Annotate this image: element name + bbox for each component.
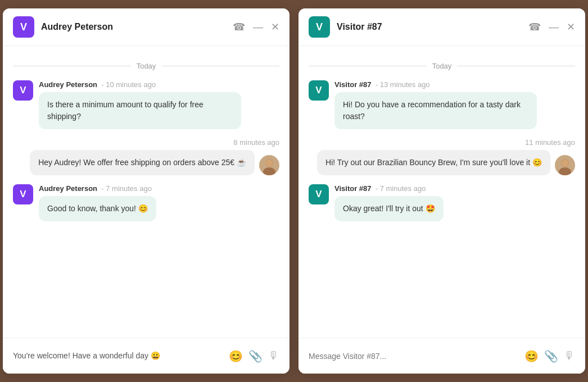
msg-avatar-3: V xyxy=(13,184,33,204)
footer-draft-text[interactable]: You're welcome! Have a wonderful day 😀 xyxy=(13,351,223,362)
msg-sender-3: Audrey Peterson xyxy=(39,184,97,193)
v87-msg-bubble-3: Okay great! I'll try it out 🤩 xyxy=(334,196,444,221)
msg-bubble-1: Is there a minimum amount to qualify for… xyxy=(39,92,241,129)
chat-header-audrey: V Audrey Peterson ☎ — ✕ xyxy=(3,8,290,46)
attach-icon[interactable]: 📎 xyxy=(248,349,263,363)
divider-line-right-v87 xyxy=(457,66,575,66)
v87-agent-time-1: 11 minutes ago xyxy=(525,138,575,147)
v87-message-group-3: V Visitor #87 - 7 minutes ago Okay great… xyxy=(309,184,575,221)
agent-avatar-1 xyxy=(259,155,279,175)
v87-msg-sender-1: Visitor #87 xyxy=(334,80,372,89)
chat-body-visitor87: Today V Visitor #87 - 13 minutes ago Hi!… xyxy=(298,46,585,338)
message-group-1: V Audrey Peterson - 10 minutes ago Is th… xyxy=(13,80,279,129)
avatar-audrey: V xyxy=(13,16,34,38)
v87-msg-time-3: 7 minutes ago xyxy=(380,184,426,193)
svg-point-5 xyxy=(562,160,568,166)
chat-title-audrey: Audrey Peterson xyxy=(41,22,226,32)
msg-meta-3: Audrey Peterson - 7 minutes ago xyxy=(39,184,156,193)
msg-content-1: Audrey Peterson - 10 minutes ago Is ther… xyxy=(39,80,241,129)
chat-footer-visitor87: 😊 📎 🎙 xyxy=(298,338,585,374)
v87-msg-content-1: Visitor #87 - 13 minutes ago Hi! Do you … xyxy=(334,80,537,129)
date-label-v87: Today xyxy=(432,62,452,70)
divider-line-right xyxy=(161,66,279,66)
v87-msg-avatar-1: V xyxy=(309,80,329,101)
message-input-v87[interactable] xyxy=(309,352,519,361)
svg-point-4 xyxy=(559,167,571,175)
header-actions-visitor87: ☎ — ✕ xyxy=(528,22,575,32)
divider-line-left-v87 xyxy=(309,66,427,66)
agent-message-1: 8 minutes ago Hey Audrey! We offer free … xyxy=(13,138,279,175)
agent-meta-1: 8 minutes ago xyxy=(233,138,279,147)
chat-title-visitor87: Visitor #87 xyxy=(337,22,522,32)
chat-footer-audrey: You're welcome! Have a wonderful day 😀 😊… xyxy=(3,338,290,374)
v87-msg-sender-3: Visitor #87 xyxy=(334,184,372,193)
mic-icon-v87[interactable]: 🎙 xyxy=(564,349,575,362)
v87-msg-bubble-1: Hi! Do you have a recommendation for a t… xyxy=(334,92,537,129)
v87-message-group-1: V Visitor #87 - 13 minutes ago Hi! Do yo… xyxy=(309,80,575,129)
emoji-icon[interactable]: 😊 xyxy=(229,349,243,363)
avatar-visitor87: V xyxy=(309,16,330,38)
date-divider-v87: Today xyxy=(309,62,575,70)
minimize-icon[interactable]: — xyxy=(253,22,263,32)
v87-msg-content-3: Visitor #87 - 7 minutes ago Okay great! … xyxy=(334,184,444,221)
msg-bubble-3: Good to know, thank you! 😊 xyxy=(39,196,156,221)
agent-bubble-1: Hey Audrey! We offer free shipping on or… xyxy=(30,150,255,175)
chat-header-visitor87: V Visitor #87 ☎ — ✕ xyxy=(298,8,585,46)
svg-point-2 xyxy=(266,160,273,166)
chat-window-audrey: V Audrey Peterson ☎ — ✕ Today V Audrey P… xyxy=(3,8,290,374)
close-icon[interactable]: ✕ xyxy=(271,22,279,32)
date-divider: Today xyxy=(13,62,279,70)
v87-msg-time-1: 13 minutes ago xyxy=(380,80,430,89)
attach-icon-v87[interactable]: 📎 xyxy=(544,349,558,363)
close-icon-v87[interactable]: ✕ xyxy=(567,22,575,32)
msg-meta-1: Audrey Peterson - 10 minutes ago xyxy=(39,80,241,89)
emoji-icon-v87[interactable]: 😊 xyxy=(524,349,539,363)
message-group-3: V Audrey Peterson - 7 minutes ago Good t… xyxy=(13,184,279,221)
header-actions-audrey: ☎ — ✕ xyxy=(233,22,279,32)
chat-window-visitor87: V Visitor #87 ☎ — ✕ Today V Visitor #87 … xyxy=(298,8,585,374)
date-label: Today xyxy=(137,62,156,70)
mic-icon[interactable]: 🎙 xyxy=(268,349,279,362)
v87-msg-meta-3: Visitor #87 - 7 minutes ago xyxy=(334,184,444,193)
phone-icon[interactable]: ☎ xyxy=(233,22,245,32)
agent-time-1: 8 minutes ago xyxy=(233,138,279,147)
v87-agent-message-1: 11 minutes ago Hi! Try out our Brazilian… xyxy=(309,138,575,175)
v87-agent-avatar-1 xyxy=(555,155,575,175)
chat-body-audrey: Today V Audrey Peterson - 10 minutes ago… xyxy=(3,46,290,338)
msg-content-3: Audrey Peterson - 7 minutes ago Good to … xyxy=(39,184,156,221)
svg-point-1 xyxy=(263,167,275,175)
v87-agent-bubble-row-1: Hi! Try out our Brazilian Bouncy Brew, I… xyxy=(317,150,575,175)
v87-agent-bubble-1: Hi! Try out our Brazilian Bouncy Brew, I… xyxy=(317,150,550,175)
agent-bubble-row-1: Hey Audrey! We offer free shipping on or… xyxy=(30,150,279,175)
v87-agent-meta-1: 11 minutes ago xyxy=(525,138,575,147)
msg-time-1: 10 minutes ago xyxy=(106,80,156,89)
minimize-icon-v87[interactable]: — xyxy=(549,22,559,32)
msg-sender-1: Audrey Peterson xyxy=(39,80,97,89)
v87-msg-avatar-3: V xyxy=(309,184,329,204)
msg-time-3: 7 minutes ago xyxy=(106,184,152,193)
msg-avatar-1: V xyxy=(13,80,33,101)
divider-line-left xyxy=(13,66,131,66)
v87-msg-meta-1: Visitor #87 - 13 minutes ago xyxy=(334,80,537,89)
phone-icon-v87[interactable]: ☎ xyxy=(528,22,541,32)
